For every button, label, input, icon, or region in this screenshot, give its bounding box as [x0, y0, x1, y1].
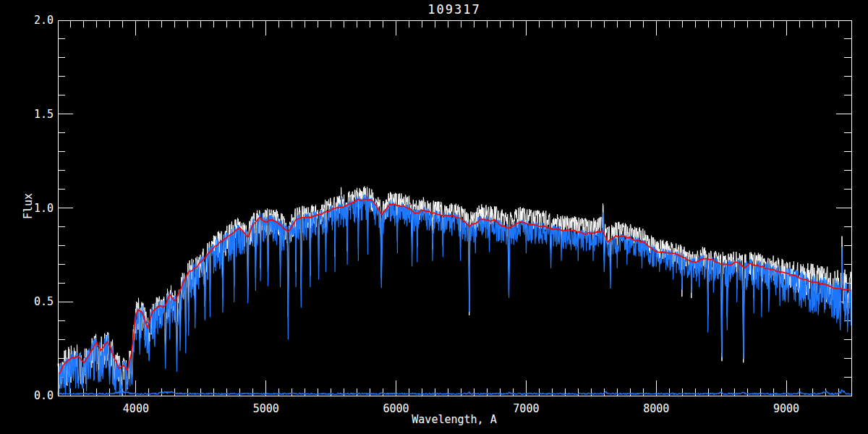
x-tick-label: 7000 — [513, 402, 539, 415]
plot-title: 109317 — [427, 2, 480, 17]
y-tick-label: 1.0 — [34, 202, 54, 215]
x-tick-label: 9000 — [773, 402, 799, 415]
y-tick-label: 1.5 — [34, 108, 54, 121]
x-tick-label: 4000 — [123, 402, 149, 415]
y-tick-label: 0.5 — [34, 295, 54, 308]
x-tick-label: 8000 — [643, 402, 669, 415]
x-tick-label: 6000 — [383, 402, 409, 415]
y-tick-label: 2.0 — [34, 14, 54, 27]
x-tick-label: 5000 — [253, 402, 279, 415]
comparison-spectrum-line — [58, 195, 851, 395]
spectrum-plot-window: 4000500060007000800090000.00.51.01.52.0 … — [0, 0, 868, 434]
spectrum-chart: 4000500060007000800090000.00.51.01.52.0 — [0, 0, 868, 434]
x-axis-title: Wavelength, A — [412, 413, 496, 426]
y-tick-label: 0.0 — [34, 389, 54, 402]
y-axis-title: Flux — [22, 193, 35, 219]
noise-floor-line — [58, 390, 851, 395]
